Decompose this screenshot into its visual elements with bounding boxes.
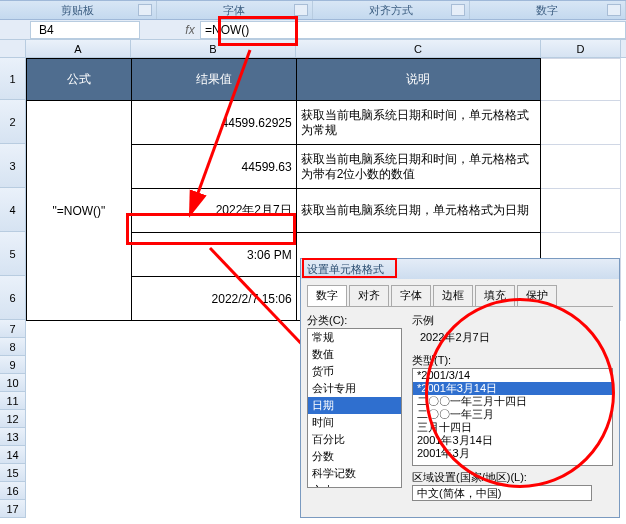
formula-bar[interactable]: =NOW() [200,21,626,39]
launcher-icon[interactable] [451,4,465,16]
cell[interactable] [541,189,621,233]
row-header-15[interactable]: 15 [0,464,26,482]
row-header-6[interactable]: 6 [0,276,26,320]
row-header-3[interactable]: 3 [0,144,26,188]
name-box[interactable]: B4 [30,21,140,39]
select-all-corner[interactable] [0,40,26,57]
ribbon-group-font[interactable]: 字体 [157,1,314,19]
ribbon-group-alignment[interactable]: 对齐方式 [313,1,470,19]
result-cell-5[interactable]: 2022/2/7 15:06 [131,277,296,321]
result-cell-2[interactable]: 44599.63 [131,145,296,189]
result-cell-4[interactable]: 3:06 PM [131,233,296,277]
header-cell-formula[interactable]: 公式 [27,59,132,101]
launcher-icon[interactable] [607,4,621,16]
cell[interactable] [541,145,621,189]
category-item[interactable]: 常规 [308,329,401,346]
column-header-row: A B C D [0,40,626,58]
row-header-16[interactable]: 16 [0,482,26,500]
launcher-icon[interactable] [138,4,152,16]
desc-cell-2[interactable]: 获取当前电脑系统日期和时间，单元格格式为带有2位小数的数值 [296,145,540,189]
header-cell-desc[interactable]: 说明 [296,59,540,101]
type-item[interactable]: 2001年3月 [413,447,612,460]
type-item-selected[interactable]: *2001年3月14日 [413,382,612,395]
ribbon-group-number[interactable]: 数字 [470,1,627,19]
tab-alignment[interactable]: 对齐 [349,285,389,306]
column-header-D[interactable]: D [541,40,621,57]
locale-label: 区域设置(国家/地区)(L): [412,470,613,485]
category-panel: 分类(C): 常规 数值 货币 会计专用 日期 时间 百分比 分数 科学记数 文… [307,313,402,501]
column-header-B[interactable]: B [131,40,296,57]
format-right-panel: 示例 2022年2月7日 类型(T): *2001/3/14 *2001年3月1… [412,313,613,501]
category-item[interactable]: 会计专用 [308,380,401,397]
launcher-icon[interactable] [294,4,308,16]
ribbon-group-label: 数字 [536,3,558,18]
row-header-11[interactable]: 11 [0,392,26,410]
category-item[interactable]: 科学记数 [308,465,401,482]
desc-cell-1[interactable]: 获取当前电脑系统日期和时间，单元格格式为常规 [296,101,540,145]
category-item[interactable]: 货币 [308,363,401,380]
formula-bar-row: B4 fx =NOW() [0,20,626,40]
cell[interactable] [541,59,621,101]
row-header-8[interactable]: 8 [0,338,26,356]
row-header-13[interactable]: 13 [0,428,26,446]
result-cell-1[interactable]: 44599.62925 [131,101,296,145]
row-header-9[interactable]: 9 [0,356,26,374]
category-label: 分类(C): [307,313,402,328]
header-cell-result[interactable]: 结果值 [131,59,296,101]
row-header-1[interactable]: 1 [0,58,26,100]
locale-select[interactable]: 中文(简体，中国) [412,485,592,501]
column-header-A[interactable]: A [26,40,131,57]
category-item[interactable]: 分数 [308,448,401,465]
category-item[interactable]: 百分比 [308,431,401,448]
ribbon: 剪贴板 字体 对齐方式 数字 [0,0,626,20]
tab-font[interactable]: 字体 [391,285,431,306]
sample-label: 示例 [412,313,613,328]
type-item[interactable]: 三月十四日 [413,421,612,434]
row-header-7[interactable]: 7 [0,320,26,338]
formula-merged-cell[interactable]: "=NOW()" [27,101,132,321]
row-headers: 1 2 3 4 5 6 7 8 9 10 11 12 13 14 15 16 1… [0,58,26,518]
category-item-selected[interactable]: 日期 [308,397,401,414]
dialog-tabs: 数字 对齐 字体 边框 填充 保护 [307,285,613,307]
row-header-12[interactable]: 12 [0,410,26,428]
tab-number[interactable]: 数字 [307,285,347,306]
ribbon-group-label: 字体 [223,3,245,18]
row-header-14[interactable]: 14 [0,446,26,464]
dialog-title: 设置单元格格式 [301,259,619,279]
dialog-body: 分类(C): 常规 数值 货币 会计专用 日期 时间 百分比 分数 科学记数 文… [301,307,619,507]
category-item[interactable]: 数值 [308,346,401,363]
result-cell-3[interactable]: 2022年2月7日 [131,189,296,233]
column-header-C[interactable]: C [296,40,541,57]
type-item[interactable]: *2001/3/14 [413,369,612,382]
format-cells-dialog: 设置单元格格式 数字 对齐 字体 边框 填充 保护 分类(C): 常规 数值 货… [300,258,620,518]
category-list[interactable]: 常规 数值 货币 会计专用 日期 时间 百分比 分数 科学记数 文本 特殊 自定… [307,328,402,488]
ribbon-group-clipboard[interactable]: 剪贴板 [0,1,157,19]
sample-value: 2022年2月7日 [412,328,613,349]
category-item[interactable]: 时间 [308,414,401,431]
type-list[interactable]: *2001/3/14 *2001年3月14日 二〇〇一年三月十四日 二〇〇一年三… [412,368,613,466]
tab-border[interactable]: 边框 [433,285,473,306]
row-header-2[interactable]: 2 [0,100,26,144]
fx-icon[interactable]: fx [180,23,200,37]
ribbon-group-label: 对齐方式 [369,3,413,18]
type-label: 类型(T): [412,353,613,368]
row-header-10[interactable]: 10 [0,374,26,392]
ribbon-group-label: 剪贴板 [61,3,94,18]
row-header-5[interactable]: 5 [0,232,26,276]
row-header-17[interactable]: 17 [0,500,26,518]
row-header-4[interactable]: 4 [0,188,26,232]
tab-protection[interactable]: 保护 [517,285,557,306]
type-item[interactable]: 2001年3月14日 [413,434,612,447]
cell[interactable] [541,101,621,145]
tab-fill[interactable]: 填充 [475,285,515,306]
type-item[interactable]: 二〇〇一年三月 [413,408,612,421]
category-item[interactable]: 文本 [308,482,401,488]
sample-box: 示例 2022年2月7日 [412,313,613,349]
type-item[interactable]: 二〇〇一年三月十四日 [413,395,612,408]
desc-cell-3[interactable]: 获取当前电脑系统日期，单元格格式为日期 [296,189,540,233]
